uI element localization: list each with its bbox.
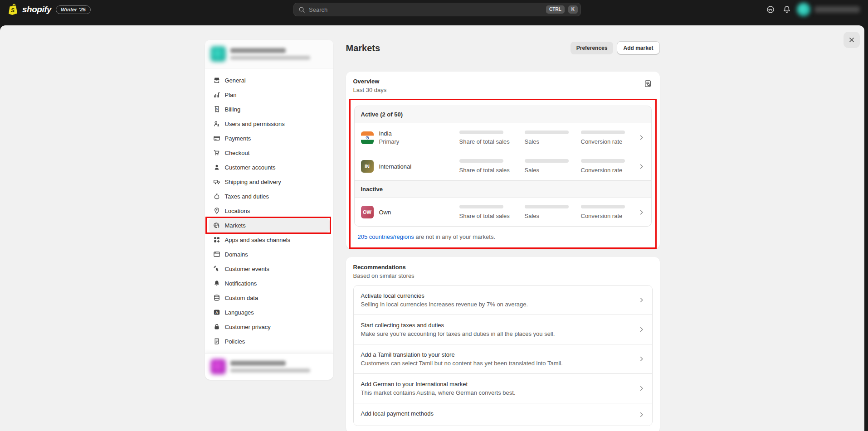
recommendation-activate-local-currencies[interactable]: Activate local currencies Selling in loc… xyxy=(354,286,652,315)
metric-sales: Sales xyxy=(525,159,575,174)
sidekick-button[interactable] xyxy=(763,2,778,17)
sidebar-item-apps-and-sales-channels[interactable]: Apps and sales channels xyxy=(209,232,330,247)
shopify-logo[interactable]: S shopify xyxy=(7,3,51,16)
sidebar-item-languages[interactable]: A Languages xyxy=(209,305,330,320)
sidebar-item-label: Customer accounts xyxy=(225,164,276,171)
bell-icon xyxy=(213,280,220,287)
close-button[interactable] xyxy=(844,32,860,48)
browser-icon xyxy=(213,251,220,258)
metric-label: Share of total sales xyxy=(459,138,519,145)
sidebar-item-notifications[interactable]: Notifications xyxy=(209,276,330,291)
sidebar-item-policies[interactable]: Policies xyxy=(209,334,330,349)
skeleton-bar xyxy=(581,205,625,208)
recommendation-title: Start collecting taxes and duties xyxy=(361,322,632,329)
current-store-switcher[interactable] xyxy=(205,40,333,68)
india-flag-icon xyxy=(361,131,374,144)
recommendation-start-collecting-taxes-and-duties[interactable]: Start collecting taxes and duties Make s… xyxy=(354,315,652,344)
checkout-icon xyxy=(213,149,220,156)
sidebar-item-customer-accounts[interactable]: Customer accounts xyxy=(209,160,330,174)
sidebar-item-checkout[interactable]: Checkout xyxy=(209,145,330,160)
search-input[interactable] xyxy=(309,6,542,13)
current-store-avatar xyxy=(210,46,226,62)
countries-link[interactable]: 205 countries/regions xyxy=(358,233,414,240)
sidebar-item-label: General xyxy=(225,77,246,84)
market-name: International xyxy=(379,163,454,170)
page-title: Markets xyxy=(346,43,571,53)
market-name-cell: International xyxy=(379,163,454,170)
sidebar-item-customer-privacy[interactable]: Customer privacy xyxy=(209,320,330,334)
skeleton-bar xyxy=(525,131,569,134)
store-name-redacted xyxy=(814,6,860,13)
chevron-right-icon xyxy=(638,297,645,304)
sidebar-item-custom-data[interactable]: Custom data xyxy=(209,291,330,305)
skeleton-bar xyxy=(459,205,503,208)
sidebar-item-payments[interactable]: Payments xyxy=(209,131,330,145)
svg-text:S: S xyxy=(11,7,15,14)
sidebar-item-label: Payments xyxy=(225,135,251,142)
current-store-name-redacted xyxy=(230,48,310,60)
payments-icon xyxy=(213,135,220,142)
storefront-icon xyxy=(213,77,220,84)
topbar: S shopify Winter ’25 CTRL K xyxy=(0,0,868,19)
recommendation-title: Add German to your International market xyxy=(361,381,632,387)
recommendation-description: Make sure you’re accounting for taxes an… xyxy=(361,330,632,337)
overview-card-header: Overview Last 30 days xyxy=(346,72,660,97)
market-row-international[interactable]: IN International Share of total sales Sa… xyxy=(355,152,651,181)
screen: S shopify Winter ’25 CTRL K xyxy=(0,0,868,431)
section-header-active-2-of-50: Active (2 of 50) xyxy=(355,106,651,123)
sidekick-icon xyxy=(766,5,775,14)
person-icon xyxy=(213,164,220,171)
metric-label: Conversion rate xyxy=(581,213,632,219)
metric-label: Share of total sales xyxy=(459,167,519,174)
metric-conversion-rate: Conversion rate xyxy=(581,131,632,145)
store-avatar xyxy=(797,3,810,16)
sidebar-item-billing[interactable]: $ Billing xyxy=(209,102,330,116)
sidebar-item-label: Users and permissions xyxy=(225,121,285,127)
metric-label: Share of total sales xyxy=(459,213,519,219)
metric-sales: Sales xyxy=(525,131,575,145)
add-market-button[interactable]: Add market xyxy=(617,41,659,55)
market-subtitle: Primary xyxy=(379,138,454,145)
market-row-own[interactable]: OW Own Share of total sales Sales Conver… xyxy=(355,198,651,226)
sidebar-item-label: Languages xyxy=(225,309,254,316)
svg-text:A: A xyxy=(215,310,218,315)
global-search[interactable]: CTRL K xyxy=(293,3,581,16)
sidebar-item-users-and-permissions[interactable]: Users and permissions xyxy=(209,116,330,131)
recommendation-add-local-payment-methods[interactable]: Add local payment methods xyxy=(354,403,652,426)
preferences-button[interactable]: Preferences xyxy=(571,42,614,54)
overview-card: Overview Last 30 days Active (2 of 50) I… xyxy=(346,72,660,249)
sidebar-item-customer-events[interactable]: Customer events xyxy=(209,262,330,276)
skeleton-bar xyxy=(525,159,569,163)
close-icon xyxy=(848,36,855,44)
sidebar-item-label: Billing xyxy=(225,106,241,113)
recommendation-description: This market contains Austria, where Germ… xyxy=(361,389,632,396)
chevron-right-icon xyxy=(638,163,645,170)
billing-icon: $ xyxy=(213,106,220,113)
metric-label: Sales xyxy=(525,167,575,174)
account-menu[interactable] xyxy=(796,2,865,17)
sidebar-item-shipping-and-delivery[interactable]: Shipping and delivery xyxy=(209,174,330,189)
recommendations-card: Recommendations Based on similar stores … xyxy=(346,257,660,431)
chevron-right-icon xyxy=(638,209,645,216)
sidebar-item-label: Locations xyxy=(225,208,250,214)
market-row-india[interactable]: India Primary Share of total sales Sales… xyxy=(355,123,651,152)
recommendations-subtitle: Based on similar stores xyxy=(353,272,653,279)
sidebar-item-locations[interactable]: Locations xyxy=(209,203,330,218)
sidebar-item-general[interactable]: General xyxy=(209,73,330,87)
recommendation-add-german-to-your-international-market[interactable]: Add German to your International market … xyxy=(354,374,652,403)
sidebar-item-markets[interactable]: $ Markets xyxy=(209,218,330,232)
notifications-button[interactable] xyxy=(780,2,794,17)
translate-icon: A xyxy=(213,309,220,316)
other-store-switcher[interactable] xyxy=(205,353,333,380)
sidebar-item-label: Customer privacy xyxy=(225,324,271,330)
recommendation-title: Add a Tamil translation to your store xyxy=(361,351,632,358)
metric-label: Conversion rate xyxy=(581,138,632,145)
sidebar-item-taxes-and-duties[interactable]: Taxes and duties xyxy=(209,189,330,203)
sidebar-item-plan[interactable]: Plan xyxy=(209,87,330,102)
settings-layout: General Plan $ Billing Users and permiss… xyxy=(0,25,864,431)
recommendation-add-a-tamil-translation-to-your-store[interactable]: Add a Tamil translation to your store Cu… xyxy=(354,344,652,374)
annotation-box-overview: Active (2 of 50) India Primary Share of … xyxy=(349,99,657,249)
view-report-button[interactable] xyxy=(642,77,654,90)
sidebar-item-domains[interactable]: Domains xyxy=(209,247,330,262)
skeleton-bar xyxy=(581,159,625,163)
